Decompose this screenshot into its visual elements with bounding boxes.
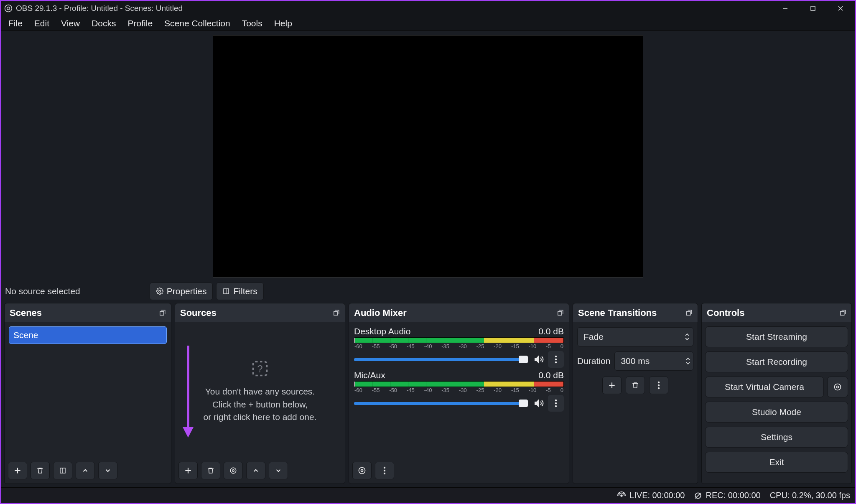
menu-scene-collection[interactable]: Scene Collection [159,17,235,30]
maximize-button[interactable] [801,1,825,16]
preview-canvas[interactable] [213,35,643,277]
controls-dock: Controls Start Streaming Start Recording… [701,303,852,484]
minimize-button[interactable] [773,1,797,16]
channel-name: Mic/Aux [354,370,385,380]
move-scene-down-button[interactable] [98,462,117,479]
audio-meter [354,381,564,387]
status-live: LIVE: 00:00:00 [629,491,685,500]
menu-view[interactable]: View [56,17,85,30]
svg-rect-3 [811,6,815,10]
sources-empty-line3: or right click here to add one. [204,411,317,423]
remove-transition-button[interactable] [626,377,645,394]
properties-button[interactable]: Properties [150,283,213,300]
scene-filter-button[interactable] [53,462,72,479]
svg-point-42 [658,387,660,389]
svg-point-6 [159,290,161,293]
settings-button[interactable]: Settings [705,427,848,448]
mixer-channel: Mic/Aux0.0 dB-60-55-50-45-40-35-30-25-20… [352,369,566,412]
start-streaming-button[interactable]: Start Streaming [705,326,848,347]
gear-icon [156,288,163,295]
svg-text:?: ? [257,364,262,375]
popout-icon[interactable] [158,309,166,317]
close-button[interactable] [828,1,853,16]
add-scene-button[interactable] [8,462,27,479]
duration-input[interactable]: 300 ms [614,351,693,371]
popout-icon[interactable] [685,309,693,317]
svg-rect-37 [687,311,690,315]
start-recording-button[interactable]: Start Recording [705,351,848,372]
svg-rect-9 [160,311,164,315]
audio-mixer-dock: Audio Mixer Desktop Audio0.0 dB-60-55-50… [349,303,569,484]
start-virtual-camera-button[interactable]: Start Virtual Camera [705,377,824,397]
popout-icon[interactable] [556,309,564,317]
record-icon [694,491,702,500]
svg-point-36 [384,473,385,474]
remove-source-button[interactable] [201,462,220,479]
chevron-updown-icon [685,333,690,341]
speaker-icon[interactable] [534,354,544,364]
mixer-advanced-button[interactable] [352,462,372,479]
channel-level: 0.0 dB [538,326,564,336]
remove-scene-button[interactable] [31,462,50,479]
meter-scale: -60-55-50-45-40-35-30-25-20-15-10-50 [354,387,564,393]
sources-empty-state[interactable]: ? You don't have any sources. Click the … [178,325,342,458]
menu-docks[interactable]: Docks [87,17,121,30]
mixer-menu-button[interactable] [375,462,394,479]
transitions-dock: Scene Transitions Fade Duration 300 ms [573,303,698,484]
exit-button[interactable]: Exit [705,452,848,473]
popout-icon[interactable] [332,309,340,317]
svg-point-45 [835,384,841,390]
menu-profile[interactable]: Profile [123,17,158,30]
move-source-up-button[interactable] [246,462,265,479]
svg-point-31 [555,405,557,407]
svg-point-41 [658,384,660,386]
channel-name: Desktop Audio [354,326,410,336]
filters-button[interactable]: Filters [216,283,263,300]
volume-slider[interactable] [354,402,528,405]
menu-tools[interactable]: Tools [237,17,268,30]
no-source-label: No source selected [5,286,80,296]
svg-point-27 [555,361,557,363]
menu-edit[interactable]: Edit [29,17,54,30]
channel-level: 0.0 dB [538,370,564,380]
sources-title: Sources [180,308,217,318]
transition-select[interactable]: Fade [577,327,693,346]
channel-menu-button[interactable] [548,351,564,368]
popout-icon[interactable] [839,309,846,317]
obs-logo-icon [4,4,13,13]
transition-menu-button[interactable] [649,377,668,394]
svg-rect-23 [558,311,562,315]
svg-point-44 [837,386,839,388]
svg-point-46 [621,495,622,496]
svg-point-0 [5,5,12,12]
placeholder-icon: ? [251,359,269,378]
scene-item[interactable]: Scene [9,326,167,344]
add-source-button[interactable] [178,462,198,479]
move-scene-up-button[interactable] [76,462,95,479]
status-cpu: CPU: 0.2%, 30.00 fps [770,491,850,500]
chevron-updown-icon [685,357,690,365]
meter-scale: -60-55-50-45-40-35-30-25-20-15-10-50 [354,343,564,349]
menu-file[interactable]: File [3,17,28,30]
svg-point-34 [384,467,385,468]
broadcast-icon [617,491,626,500]
add-transition-button[interactable] [602,377,622,394]
source-toolbar: No source selected Properties Filters [1,280,855,303]
move-source-down-button[interactable] [269,462,288,479]
svg-marker-28 [535,400,539,407]
studio-mode-button[interactable]: Studio Mode [705,402,848,423]
svg-marker-16 [183,427,194,438]
svg-point-35 [384,470,385,471]
sources-empty-line2: Click the + button below, [212,398,308,411]
svg-marker-24 [535,356,539,363]
statusbar: LIVE: 00:00:00 REC: 00:00:00 CPU: 0.2%, … [1,487,855,503]
menu-help[interactable]: Help [269,17,297,30]
preview-area [1,31,855,280]
sources-empty-line1: You don't have any sources. [205,385,315,398]
speaker-icon[interactable] [534,398,544,408]
titlebar: OBS 29.1.3 - Profile: Untitled - Scenes:… [1,1,855,16]
channel-menu-button[interactable] [548,395,564,412]
virtual-camera-settings-button[interactable] [827,377,848,397]
volume-slider[interactable] [354,358,528,361]
source-properties-button[interactable] [224,462,243,479]
